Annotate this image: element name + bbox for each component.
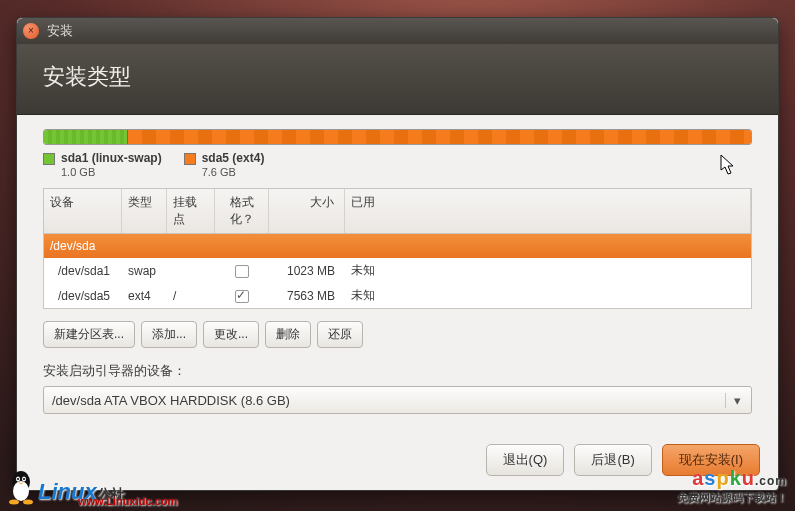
cell-mount: / [167, 285, 215, 307]
window-title: 安装 [47, 22, 73, 40]
legend-sda5-size: 7.6 GB [202, 166, 265, 178]
col-device[interactable]: 设备 [44, 189, 122, 233]
cell-used: 未知 [345, 258, 751, 283]
swatch-green [43, 153, 55, 165]
cell-device: /dev/sda [44, 235, 101, 257]
header-strip: 安装类型 [17, 44, 778, 115]
new-table-button[interactable]: 新建分区表... [43, 321, 135, 348]
col-type[interactable]: 类型 [122, 189, 167, 233]
page-title: 安装类型 [43, 62, 752, 92]
bootloader-select[interactable]: /dev/sda ATA VBOX HARDDISK (8.6 GB) ▾ [43, 386, 752, 414]
disk-usage-bar [43, 129, 752, 145]
legend-sda1-label: sda1 (linux-swap) [61, 151, 162, 165]
cell-type: swap [122, 260, 167, 282]
wm-aspku-domain: aspku.com [677, 467, 787, 490]
cell-used: 未知 [345, 283, 751, 308]
wm-linuxidc-url: www.Linuxidc.com [78, 495, 177, 507]
col-size[interactable]: 大小 [269, 189, 345, 233]
add-button[interactable]: 添加... [141, 321, 197, 348]
quit-button[interactable]: 退出(Q) [486, 444, 565, 476]
col-format[interactable]: 格式化？ [215, 189, 269, 233]
legend-sda5-label: sda5 (ext4) [202, 151, 265, 165]
cell-size: 1023 MB [269, 260, 345, 282]
cell-mount [167, 267, 215, 275]
table-header: 设备 类型 挂载点 格式化？ 大小 已用 [44, 189, 751, 234]
usage-legend: sda1 (linux-swap) 1.0 GB sda5 (ext4) 7.6… [43, 151, 752, 178]
table-button-row: 新建分区表... 添加... 更改... 删除 还原 [43, 321, 752, 348]
svg-point-3 [17, 478, 19, 480]
chevron-down-icon: ▾ [725, 393, 743, 408]
cell-device: /dev/sda1 [44, 260, 122, 282]
legend-sda1-size: 1.0 GB [61, 166, 162, 178]
cell-device: /dev/sda5 [44, 285, 122, 307]
revert-button[interactable]: 还原 [317, 321, 363, 348]
cell-format[interactable] [215, 259, 269, 281]
usage-seg-sda1 [44, 130, 128, 144]
watermark-linuxidc: Linux公社 www.Linuxidc.com [6, 469, 125, 505]
usage-seg-sda5 [128, 130, 751, 144]
partition-table: 设备 类型 挂载点 格式化？ 大小 已用 /dev/sda /dev/sda1 … [43, 188, 752, 309]
watermark-aspku: aspku.com 免费网站源码下载站！ [677, 467, 787, 505]
col-mount[interactable]: 挂载点 [167, 189, 215, 233]
legend-sda1: sda1 (linux-swap) 1.0 GB [43, 151, 162, 178]
format-checkbox[interactable] [235, 290, 249, 303]
close-icon[interactable]: × [23, 23, 39, 39]
svg-point-6 [9, 500, 19, 505]
table-row-sda5[interactable]: /dev/sda5 ext4 / 7563 MB 未知 [44, 283, 751, 308]
svg-point-5 [23, 478, 25, 480]
swatch-orange [184, 153, 196, 165]
titlebar[interactable]: × 安装 [17, 18, 778, 44]
cell-type: ext4 [122, 285, 167, 307]
wm-aspku-tag: 免费网站源码下载站！ [677, 490, 787, 505]
bootloader-value: /dev/sda ATA VBOX HARDDISK (8.6 GB) [52, 393, 290, 408]
content: 安装类型 sda1 (linux-swap) 1.0 GB sd [17, 44, 778, 490]
delete-button[interactable]: 删除 [265, 321, 311, 348]
tux-icon [6, 469, 36, 505]
col-used[interactable]: 已用 [345, 189, 751, 233]
cell-format[interactable] [215, 284, 269, 306]
cell-size: 7563 MB [269, 285, 345, 307]
table-row-sda1[interactable]: /dev/sda1 swap 1023 MB 未知 [44, 258, 751, 283]
table-row-disk[interactable]: /dev/sda [44, 234, 751, 258]
format-checkbox[interactable] [235, 265, 249, 278]
legend-sda5: sda5 (ext4) 7.6 GB [184, 151, 265, 178]
back-button[interactable]: 后退(B) [574, 444, 651, 476]
change-button[interactable]: 更改... [203, 321, 259, 348]
bootloader-label: 安装启动引导器的设备： [43, 362, 752, 380]
installer-window: × 安装 安装类型 sda1 (linux-swap) 1.0 GB [16, 17, 779, 491]
svg-point-7 [23, 500, 33, 505]
